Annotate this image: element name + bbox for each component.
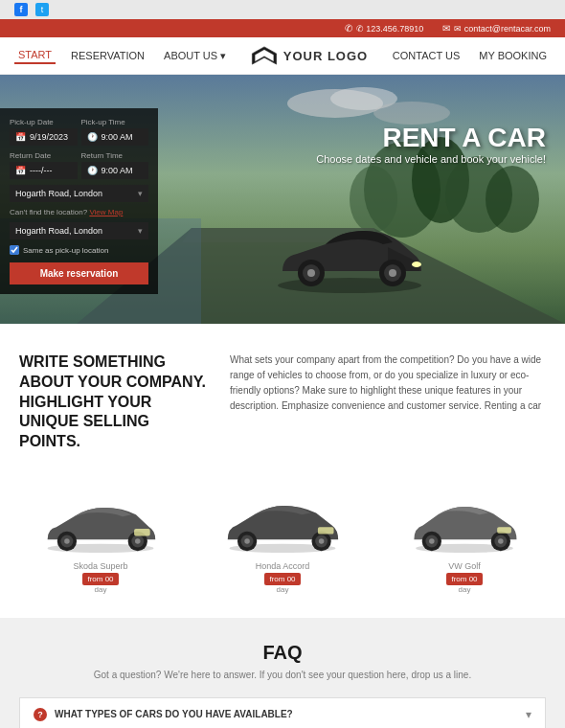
- car-day-2: day: [378, 585, 551, 594]
- car-svg-1: [220, 495, 345, 553]
- about-text: What sets your company apart from the co…: [230, 353, 546, 414]
- svg-point-23: [64, 538, 70, 544]
- nav-booking[interactable]: MY BOOKING: [475, 48, 551, 63]
- car-svg-2: [402, 495, 527, 553]
- pickup-location-select[interactable]: Hogarth Road, London ▾: [10, 185, 148, 202]
- return-location-select[interactable]: Hogarth Road, London ▾: [10, 222, 148, 239]
- car-name-2: VW Golf: [378, 561, 551, 571]
- faq-question-0: ? WHAT TYPES OF CARS DO YOU HAVE AVAILAB…: [34, 708, 293, 721]
- social-bar: f t: [0, 0, 565, 19]
- return-date-field: Return Date 📅 ----/---: [10, 151, 78, 179]
- logo-text: YOUR LOGO: [283, 49, 368, 63]
- car-svg-0: [38, 495, 163, 553]
- svg-point-26: [135, 538, 141, 544]
- about-text-block: What sets your company apart from the co…: [230, 353, 546, 452]
- phone-icon: ✆: [345, 23, 352, 34]
- faq-icon-0: ?: [34, 708, 47, 721]
- car-image-2: [378, 490, 551, 557]
- svg-point-39: [429, 538, 435, 544]
- car-image-1: [196, 490, 369, 557]
- car-day-1: day: [196, 585, 369, 594]
- faq-chevron-0: ▾: [526, 708, 531, 721]
- svg-rect-43: [497, 527, 511, 533]
- logo-icon: [251, 45, 278, 66]
- car-item-1: Honda Accord from 00 day: [196, 490, 369, 594]
- navigation: START RESERVATION ABOUT US ▾ YOUR LOGO C…: [0, 37, 565, 75]
- svg-point-18: [389, 269, 396, 277]
- svg-point-7: [486, 166, 539, 233]
- cars-grid: Skoda Superb from 00 day Hond: [14, 490, 551, 594]
- email-contact: ✉ ✉ contact@rentacar.com: [442, 23, 551, 34]
- email-icon: ✉: [442, 23, 450, 34]
- car-name-1: Honda Accord: [196, 561, 369, 571]
- clock-icon: 🕐: [87, 132, 98, 142]
- pickup-time-field: Pick-up Time 🕐 9:00 AM: [81, 118, 149, 146]
- faq-subtitle: Got a question? We're here to answer. If…: [19, 670, 546, 680]
- nav-start[interactable]: START: [14, 47, 56, 64]
- car-item-2: VW Golf from 00 day: [378, 490, 551, 594]
- chevron-down2-icon: ▾: [138, 226, 143, 236]
- logo: YOUR LOGO: [251, 45, 368, 66]
- same-location-checkbox[interactable]: [10, 245, 19, 255]
- pickup-location-container: Hogarth Road, London ▾: [10, 185, 148, 202]
- pickup-time-label: Pick-up Time: [81, 118, 149, 126]
- faq-title: FAQ: [19, 642, 546, 664]
- twitter-icon[interactable]: t: [35, 3, 49, 16]
- hero-section: Pick-up Date 📅 9/19/2023 Pick-up Time 🕐 …: [0, 75, 565, 324]
- nav-about[interactable]: ABOUT US ▾: [160, 48, 230, 64]
- pickup-time-input[interactable]: 🕐 9:00 AM: [81, 128, 149, 146]
- return-time-field: Return Time 🕐 9:00 AM: [81, 151, 149, 179]
- hero-title: RENT A CAR: [316, 123, 546, 153]
- same-location-row: Same as pick-up location: [10, 245, 148, 255]
- car-price-0: from 00: [82, 573, 118, 585]
- pickup-date-input[interactable]: 📅 9/19/2023: [10, 128, 78, 146]
- hero-text-block: RENT A CAR Choose dates and vehicle and …: [316, 123, 546, 165]
- nav-contact[interactable]: CONTACT US: [389, 48, 464, 63]
- car-name-0: Skoda Superb: [14, 561, 187, 571]
- svg-point-19: [412, 262, 421, 267]
- faq-section: FAQ Got a question? We're here to answer…: [0, 618, 565, 728]
- contact-bar: ✆ ✆ 123.456.78910 ✉ ✉ contact@rentacar.c…: [0, 19, 565, 37]
- about-heading: WRITE SOMETHING ABOUT YOUR COMPANY. HIGH…: [19, 353, 211, 452]
- svg-rect-35: [318, 527, 334, 534]
- svg-point-11: [373, 102, 450, 125]
- clock2-icon: 🕐: [87, 166, 98, 175]
- cars-section: Skoda Superb from 00 day Hond: [0, 481, 565, 618]
- chevron-down-icon: ▾: [138, 189, 143, 198]
- nav-reservation[interactable]: RESERVATION: [67, 48, 148, 63]
- car-item-0: Skoda Superb from 00 day: [14, 490, 187, 594]
- car-day-0: day: [14, 585, 187, 594]
- facebook-icon[interactable]: f: [14, 3, 28, 16]
- car-price-1: from 00: [264, 573, 300, 585]
- svg-point-34: [319, 538, 325, 544]
- faq-item-0[interactable]: ? WHAT TYPES OF CARS DO YOU HAVE AVAILAB…: [20, 698, 545, 728]
- calendar-icon: 📅: [15, 132, 26, 142]
- svg-point-31: [244, 538, 250, 544]
- hero-car: [268, 204, 431, 295]
- car-image-0: [14, 490, 187, 557]
- svg-point-42: [498, 538, 504, 544]
- reserve-button[interactable]: Make reservation: [10, 262, 148, 284]
- return-time-input[interactable]: 🕐 9:00 AM: [81, 162, 149, 179]
- return-time-label: Return Time: [81, 151, 149, 160]
- faq-container: ? WHAT TYPES OF CARS DO YOU HAVE AVAILAB…: [19, 697, 546, 728]
- return-date-input[interactable]: 📅 ----/---: [10, 162, 78, 179]
- svg-rect-27: [134, 529, 150, 535]
- nav-right: CONTACT US MY BOOKING: [389, 48, 551, 63]
- about-section: WRITE SOMETHING ABOUT YOUR COMPANY. HIGH…: [0, 324, 565, 481]
- calendar2-icon: 📅: [15, 166, 26, 175]
- hero-subtitle: Choose dates and vehicle and book your v…: [316, 153, 546, 165]
- pickup-date-label: Pick-up Date: [10, 118, 78, 126]
- svg-point-15: [307, 269, 315, 277]
- phone-contact: ✆ ✆ 123.456.78910: [345, 23, 424, 34]
- about-heading-block: WRITE SOMETHING ABOUT YOUR COMPANY. HIGH…: [19, 353, 211, 452]
- car-svg: [268, 204, 431, 295]
- find-map-link[interactable]: Can't find the location? View Map: [10, 208, 148, 216]
- return-date-label: Return Date: [10, 151, 78, 160]
- pickup-date-field: Pick-up Date 📅 9/19/2023: [10, 118, 78, 146]
- nav-left: START RESERVATION ABOUT US ▾: [14, 47, 230, 64]
- same-location-label: Same as pick-up location: [23, 246, 108, 255]
- booking-form: Pick-up Date 📅 9/19/2023 Pick-up Time 🕐 …: [0, 108, 158, 294]
- car-price-2: from 00: [446, 573, 482, 585]
- return-location-container: Hogarth Road, London ▾: [10, 222, 148, 239]
